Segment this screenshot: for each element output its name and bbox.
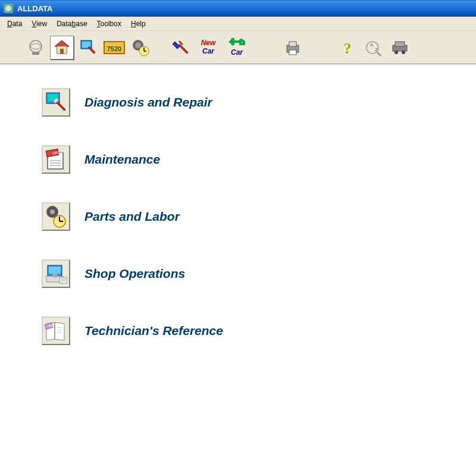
svg-text:7520: 7520 [107,45,121,52]
menu-data[interactable]: Data [2,18,27,30]
svg-point-32 [402,51,405,54]
nav-label: Shop Operations [84,267,185,281]
vehicle-icon[interactable] [388,36,412,60]
svg-line-28 [377,52,381,56]
svg-rect-6 [60,49,64,54]
gear-clock-icon[interactable] [129,36,152,60]
toolbar: 7520 New Car Car [0,31,476,64]
main-content: Diagnosis and Repair ORDER Maintenance [0,64,476,345]
menu-view[interactable]: View [27,18,52,30]
logo-icon[interactable] [24,36,48,60]
reference-icon: REF [42,317,70,345]
svg-point-1 [5,5,11,11]
svg-marker-7 [55,40,69,46]
nav-parts-labor[interactable]: Parts and Labor [42,202,476,231]
titlebar: ALLDATA [0,0,476,17]
az-sort-icon[interactable]: A Z [362,36,386,60]
globe-hammer-icon[interactable] [76,36,100,60]
diagnosis-icon [42,88,70,117]
app-icon [3,3,14,14]
svg-rect-51 [60,277,67,283]
7520-icon[interactable]: 7520 [102,36,126,60]
svg-rect-3 [32,52,39,55]
titlebar-title: ALLDATA [17,4,52,13]
parts-labor-icon [42,202,70,231]
menu-toolbox[interactable]: Toolbox [92,18,126,30]
nav-technician-reference[interactable]: REF Technician's Reference [42,317,476,345]
svg-point-13 [135,42,141,48]
menu-help[interactable]: Help [126,18,151,30]
svg-point-2 [30,40,42,52]
svg-text:Car: Car [231,48,243,57]
nav-shop-operations[interactable]: Shop Operations [42,259,476,288]
svg-text:?: ? [344,40,352,57]
menu-database[interactable]: Database [52,18,92,30]
hammer-icon[interactable] [169,36,193,60]
nav-maintenance[interactable]: ORDER Maintenance [42,145,476,174]
svg-text:New: New [201,39,216,47]
svg-text:Z: Z [375,47,378,52]
svg-text:A: A [370,42,374,48]
help-icon[interactable]: ? [336,36,359,60]
nav-label: Parts and Labor [84,209,180,224]
nav-label: Technician's Reference [84,324,223,338]
svg-rect-48 [49,267,61,274]
home-icon[interactable] [50,36,74,60]
svg-point-43 [50,209,55,214]
menubar: Data View Database Toolbox Help [0,17,476,31]
svg-rect-50 [52,274,57,277]
svg-rect-23 [289,50,296,55]
nav-label: Diagnosis and Repair [84,95,212,109]
nav-diagnosis-repair[interactable]: Diagnosis and Repair [42,88,476,117]
new-car-icon[interactable]: New Car [195,36,221,60]
svg-point-31 [394,51,398,54]
maintenance-icon: ORDER [42,145,70,174]
shop-ops-icon [42,259,70,288]
svg-rect-22 [289,42,296,46]
svg-text:Car: Car [202,47,215,55]
back-car-icon[interactable]: Car [224,36,250,60]
svg-rect-30 [395,42,405,46]
print-icon[interactable] [281,36,305,60]
nav-label: Maintenance [84,152,160,167]
